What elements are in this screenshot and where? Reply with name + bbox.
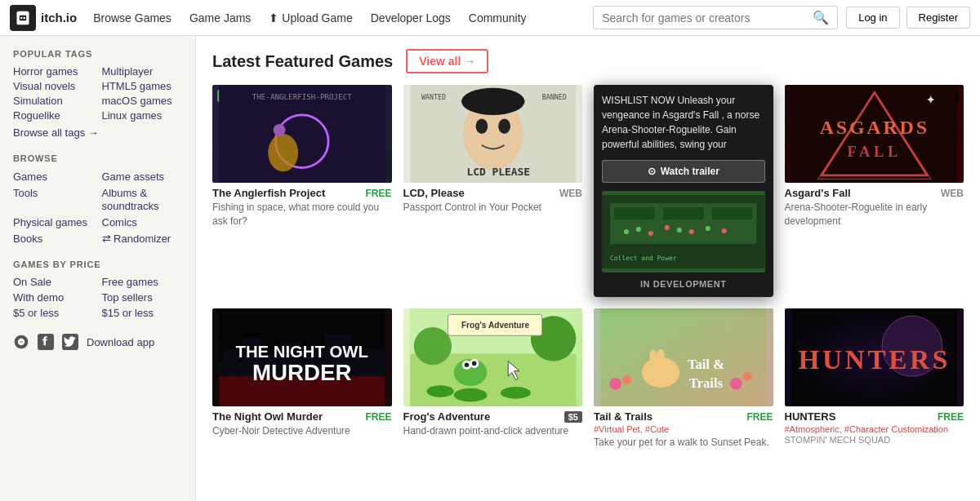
itch-logo-svg	[15, 10, 31, 26]
price-title: GAMES BY PRICE	[13, 259, 182, 269]
svg-text:Frog's Adventure: Frog's Adventure	[461, 321, 529, 330]
browse-randomizer[interactable]: ⇄ Randomizer	[102, 233, 172, 245]
svg-point-64	[453, 388, 487, 402]
svg-text:ASGARDS: ASGARDS	[819, 117, 929, 138]
download-app-link[interactable]: Download app	[87, 336, 154, 348]
svg-point-16	[498, 119, 510, 134]
search-button[interactable]: 🔍	[813, 10, 829, 25]
browse-albums[interactable]: Albums & soundtracks	[102, 187, 159, 212]
game-info-asgard: Asgard's Fall WEB Arena-Shooter-Roguelit…	[785, 183, 964, 228]
tail-art: Tail & Trails	[594, 308, 773, 406]
game-card-nightowl[interactable]: THE NIGHT OWL MURDER The Night Owl Murde…	[212, 308, 392, 450]
price-on-sale[interactable]: On Sale	[13, 276, 94, 288]
game-title-row: The Night Owl Murder FREE	[212, 410, 392, 423]
svg-point-1	[20, 16, 22, 19]
browse-game-assets[interactable]: Game assets	[102, 171, 165, 183]
game-card-frog[interactable]: Frog's Adventure	[403, 308, 583, 450]
game-tags: #Virtual Pet, #Cute	[594, 424, 773, 434]
tag-linux[interactable]: Linux games	[102, 109, 183, 122]
nightowl-art: THE NIGHT OWL MURDER	[212, 308, 392, 406]
facebook-icon[interactable]	[38, 334, 54, 350]
price-free[interactable]: Free games	[102, 276, 183, 288]
frog-art: Frog's Adventure	[403, 308, 583, 406]
browse-all-tags[interactable]: Browse all tags →	[13, 126, 182, 139]
tag-roguelike[interactable]: Roguelike	[13, 109, 94, 122]
game-title-row: The Anglerfish Project FREE	[212, 187, 392, 199]
tag-visual-novels[interactable]: Visual novels	[13, 80, 94, 92]
nav-upload-game[interactable]: ⬆ Upload Game	[261, 7, 360, 29]
popular-tags-section: POPULAR TAGS Horror games Multiplayer Vi…	[13, 49, 182, 139]
svg-text:THE NIGHT OWL: THE NIGHT OWL	[236, 343, 368, 361]
svg-rect-22	[663, 207, 704, 219]
svg-text:MURDER: MURDER	[252, 360, 352, 385]
view-all-button[interactable]: View all →	[406, 49, 488, 73]
tag-html5[interactable]: HTML5 games	[102, 80, 183, 92]
game-thumbnail-asgard: ≡+ ASGARDS FALL ✦	[785, 85, 964, 183]
game-desc: Fishing in space, what more could you as…	[212, 201, 392, 228]
asgard-art: ASGARDS FALL ✦	[785, 85, 964, 183]
game-price: WEB	[941, 188, 964, 199]
svg-rect-21	[614, 207, 655, 219]
svg-point-31	[722, 228, 727, 233]
browse-tools[interactable]: Tools	[13, 187, 38, 199]
game-title: Frog's Adventure	[403, 410, 491, 423]
game-price: WEB	[559, 188, 582, 199]
svg-text:Trails: Trails	[689, 375, 724, 391]
game-tag-link[interactable]: #Virtual Pet, #Cute	[594, 424, 669, 434]
browse-comics[interactable]: Comics	[102, 216, 137, 228]
nav-community[interactable]: Community	[461, 7, 535, 29]
game-price: FREE	[365, 411, 391, 423]
game-desc: Passport Control in Your Pocket	[403, 201, 583, 215]
search-input[interactable]	[602, 11, 813, 24]
svg-point-17	[461, 88, 524, 115]
nav-game-jams[interactable]: Game Jams	[181, 7, 259, 29]
overlay-badge: In development	[602, 279, 765, 289]
register-button[interactable]: Register	[906, 7, 970, 29]
game-thumbnail-lcd: WANTED BANNED LCD PLEASE	[403, 85, 583, 183]
browse-books[interactable]: Books	[13, 233, 42, 245]
logo-icon	[10, 5, 36, 31]
browse-title: BROWSE	[13, 153, 182, 163]
price-section: GAMES BY PRICE On Sale Free games With d…	[13, 259, 182, 319]
game-info-frog: Frog's Adventure $5 Hand-drawn point-and…	[403, 406, 583, 438]
game-tag-link[interactable]: #Atmospheric, #Character Customization	[785, 424, 949, 434]
svg-text:WANTED: WANTED	[421, 93, 446, 101]
main-layout: POPULAR TAGS Horror games Multiplayer Vi…	[0, 36, 980, 501]
svg-text:✦: ✦	[926, 94, 935, 106]
reddit-icon[interactable]	[13, 334, 29, 350]
sidebar: POPULAR TAGS Horror games Multiplayer Vi…	[0, 36, 196, 501]
twitter-icon[interactable]	[62, 334, 78, 350]
game-price: FREE	[746, 411, 773, 423]
nav-browse-games[interactable]: Browse Games	[85, 7, 180, 29]
tag-simulation[interactable]: Simulation	[13, 95, 94, 107]
price-with-demo[interactable]: With demo	[13, 291, 94, 304]
logo-text: itch.io	[41, 11, 77, 24]
watch-trailer-button[interactable]: ⊙ Watch trailer	[602, 160, 765, 183]
browse-physical[interactable]: Physical games	[13, 216, 87, 228]
price-top-sellers[interactable]: Top sellers	[102, 291, 183, 304]
svg-point-65	[500, 387, 530, 399]
game-card-hunters[interactable]: HUNTERS HUNTERS FREE #Atmospheric, #Char…	[785, 308, 964, 450]
game-title: LCD, Please	[403, 187, 465, 199]
browse-games[interactable]: Games	[13, 171, 47, 183]
svg-point-15	[475, 119, 488, 134]
tag-horror[interactable]: Horror games	[13, 65, 94, 78]
lcd-art: WANTED BANNED LCD PLEASE	[403, 85, 583, 183]
game-info-hunters: HUNTERS FREE #Atmospheric, #Character Cu…	[785, 406, 964, 445]
game-price: $5	[564, 411, 582, 423]
svg-text:Tail &: Tail &	[688, 357, 724, 372]
game-card-anglerfish[interactable]: GIF THE-ANGLERFISH-PROJECT The Anglerfis…	[212, 85, 392, 297]
login-button[interactable]: Log in	[846, 7, 899, 29]
svg-point-28	[677, 228, 682, 233]
game-thumbnail-anglerfish: GIF THE-ANGLERFISH-PROJECT	[212, 85, 392, 183]
price-5-less[interactable]: $5 or less	[13, 307, 94, 319]
game-card-asgard[interactable]: ≡+ ASGARDS FALL ✦ Asgard's Fall WEB	[785, 85, 964, 297]
price-15-less[interactable]: $15 or less	[102, 307, 183, 319]
game-card-lcd[interactable]: WANTED BANNED LCD PLEASE LCD, Ple	[403, 85, 583, 297]
nav-developer-logs[interactable]: Developer Logs	[363, 7, 459, 29]
game-desc: Hand-drawn point-and-click adventure	[403, 424, 583, 438]
logo[interactable]: itch.io	[10, 5, 77, 31]
game-card-tail[interactable]: Tail & Trails Tail & Trails FREE #Virtua…	[594, 308, 773, 450]
tag-multiplayer[interactable]: Multiplayer	[102, 65, 183, 78]
tag-macos[interactable]: macOS games	[102, 95, 183, 107]
